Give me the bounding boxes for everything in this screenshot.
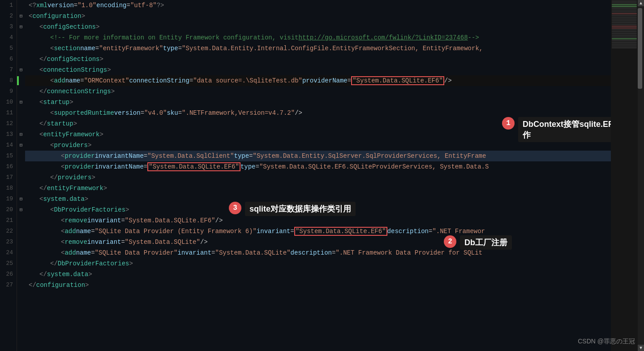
code-line-10: <startup> — [25, 97, 611, 108]
code-line-9: </connectionStrings> — [25, 86, 611, 97]
code-line-1: <?xml version="1.0" encoding="utf-8"?> — [25, 0, 611, 11]
code-line-26: </system.data> — [25, 269, 611, 280]
scroll-up-arrow[interactable]: ▲ — [638, 0, 644, 6]
annotation-3-circle: 3 — [229, 202, 241, 214]
line-numbers: 1 2 3 4 5 6 7 8 9 10 11 12 13 14 15 16 1… — [0, 0, 17, 351]
highlight-provider-name: "System.Data.SQLite.EF6" — [351, 76, 444, 85]
watermark: CSDN @罪恶の王冠 — [578, 338, 635, 346]
code-area: <?xml version="1.0" encoding="utf-8"?> <… — [25, 0, 611, 351]
annotation-1: 1 DbContext接管sqlite.EF6操作 — [502, 117, 611, 142]
code-line-24: <add name="SQLite Data Provider" invaria… — [25, 247, 611, 258]
code-line-8: <add name="ORMContext" connectionString=… — [25, 75, 611, 86]
annotation-1-circle: 1 — [502, 117, 515, 130]
annotation-3-text: sqlite对应数据库操作类引用 — [245, 202, 356, 216]
annotation-1-text: DbContext接管sqlite.EF6操作 — [518, 117, 611, 142]
code-line-25: </DbProviderFactories> — [25, 258, 611, 269]
code-line-2: <configuration> — [25, 11, 611, 22]
vertical-scrollbar[interactable]: ▲ ▼ — [638, 0, 644, 351]
gutter: ⊟ ⊟ ⊟ ⊟ ⊟ ⊟ ⊟ ⊟ — [17, 0, 25, 351]
highlight-invariant-name: "System.Data.SQLite.EF6" — [147, 162, 240, 171]
code-line-7: <connectionStrings> — [25, 65, 611, 75]
code-line-6: </configSections> — [25, 54, 611, 65]
scrollbar-track[interactable] — [638, 6, 644, 345]
code-line-3: <configSections> — [25, 22, 611, 32]
code-line-16: <provider invariantName="System.Data.SQL… — [25, 161, 611, 172]
code-line-22: <add name="SQLite Data Provider (Entity … — [25, 226, 611, 237]
annotation-2-text: Db工厂注册 — [460, 235, 512, 250]
mini-map — [611, 0, 638, 351]
code-line-21: <remove invariant="System.Data.SQLite.EF… — [25, 215, 611, 226]
code-line-5: <section name="entityFramework" type="Sy… — [25, 43, 611, 54]
scrollbar-thumb[interactable] — [638, 8, 642, 89]
code-line-17: </providers> — [25, 172, 611, 183]
code-line-23: <remove invariant="System.Data.SQLite" /… — [25, 237, 611, 247]
scroll-down-arrow[interactable]: ▼ — [638, 345, 644, 351]
annotation-2-circle: 2 — [444, 235, 456, 248]
code-line-18: </entityFramework> — [25, 183, 611, 194]
annotation-3: 3 sqlite对应数据库操作类引用 — [229, 202, 356, 216]
ef-link[interactable]: http://go.microsoft.com/fwlink/?LinkID=2… — [299, 32, 468, 43]
annotation-2: 2 Db工厂注册 — [444, 235, 512, 250]
code-line-4: <!-- For more information on Entity Fram… — [25, 32, 611, 43]
editor-container: 1 2 3 4 5 6 7 8 9 10 11 12 13 14 15 16 1… — [0, 0, 644, 351]
code-line-27: </configuration> — [25, 280, 611, 290]
code-line-15: <provider invariantName="System.Data.Sql… — [25, 151, 611, 161]
highlight-invariant-ef6: "System.Data.SQLite.EF6" — [294, 227, 387, 236]
